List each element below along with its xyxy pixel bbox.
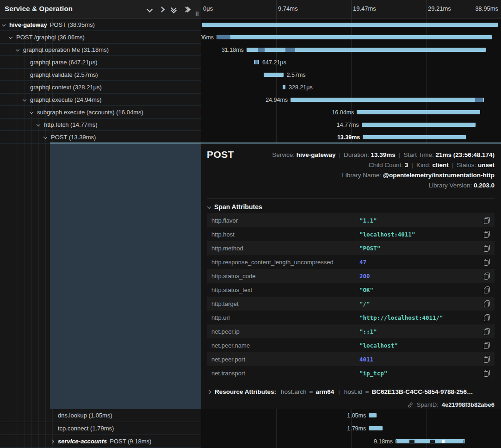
chevron-right-icon[interactable] <box>51 440 58 443</box>
detail-divider <box>207 198 495 199</box>
chevron-down-icon[interactable] <box>148 7 152 12</box>
copy-icon[interactable] <box>484 342 490 349</box>
ruler-tick-line <box>426 0 427 19</box>
timeline-bars-bottom: 1.05ms1.79ms9.18ms <box>201 409 501 448</box>
span-bar[interactable] <box>363 135 465 139</box>
chevron-down-icon[interactable] <box>37 123 44 126</box>
span-bar[interactable] <box>396 439 465 443</box>
resource-key: host.id <box>344 388 363 395</box>
attr-key: net.peer.port <box>211 356 245 363</box>
bar-segment <box>442 440 445 443</box>
span-bar[interactable] <box>357 110 480 114</box>
attr-row: net.peer.port4011 <box>207 352 495 366</box>
chevron-down-icon[interactable] <box>44 136 51 138</box>
ruler-tick-label: 0μs <box>203 5 213 12</box>
attr-value: "localhost:4011" <box>359 231 415 238</box>
attr-value: "1.1" <box>359 217 377 224</box>
span-attributes-table: http.flavor"1.1"http.host"localhost:4011… <box>207 213 495 380</box>
span-bar[interactable] <box>369 426 383 430</box>
attr-key: http.url <box>211 314 230 321</box>
copy-icon[interactable] <box>484 273 490 280</box>
copy-icon[interactable] <box>484 245 490 252</box>
span-tree-row[interactable]: graphql.context (328.21μs) <box>0 81 201 93</box>
ruler-tick-line <box>276 0 277 19</box>
chevron-down-icon[interactable] <box>9 36 16 38</box>
meta-value: 13.39ms <box>371 151 396 158</box>
attr-value: "POST" <box>359 245 380 252</box>
copy-icon[interactable] <box>484 259 490 266</box>
span-tree-bottom: dns.lookup (1.05ms)tcp.connect (1.79ms)s… <box>0 409 201 448</box>
double-chevron-down-icon[interactable] <box>172 6 176 12</box>
span-bar-row[interactable]: 2.57ms <box>201 68 501 81</box>
span-meta-line: Child Count: 3|Kind: client|Status: unse… <box>272 160 495 170</box>
attr-row: http.status_text"OK" <box>207 283 495 297</box>
span-tree-row[interactable]: http.fetch (14.77ms) <box>0 118 201 131</box>
chevron-down-icon[interactable] <box>2 23 9 26</box>
copy-icon[interactable] <box>484 300 490 307</box>
chevron-down-icon[interactable] <box>23 98 30 101</box>
selected-span-indent-block <box>50 143 201 409</box>
span-tree-row[interactable]: graphql.validate (2.57ms) <box>0 68 201 81</box>
span-bar[interactable] <box>369 413 377 417</box>
double-chevron-right-icon[interactable] <box>184 7 190 12</box>
meta-value: 21ms (23:56:48.174) <box>435 151 495 158</box>
operation-label: POST /graphql (36.06ms) <box>16 34 85 41</box>
selected-span-divider <box>50 143 501 143</box>
span-bar-row[interactable]: 16.04ms <box>201 106 501 118</box>
span-bar-row[interactable]: 36.06ms <box>201 31 501 44</box>
span-tree-row[interactable]: dns.lookup (1.05ms) <box>0 409 201 422</box>
meta-value: unset <box>478 162 495 168</box>
copy-icon[interactable] <box>484 314 490 321</box>
attr-key: net.peer.name <box>211 342 250 349</box>
copy-icon[interactable] <box>484 328 490 335</box>
copy-icon[interactable] <box>484 356 490 363</box>
span-bar-row[interactable]: 24.94ms <box>201 93 501 106</box>
span-tree-row[interactable]: graphql.execute (24.94ms) <box>0 93 201 106</box>
chevron-down-icon[interactable] <box>30 111 37 113</box>
meta-separator: | <box>449 162 457 168</box>
span-bar-row[interactable]: 328.21μs <box>201 81 501 93</box>
span-bar[interactable] <box>202 23 498 27</box>
span-id-label: SpanID: <box>417 401 439 408</box>
span-bar-row[interactable]: 31.18ms <box>201 44 501 56</box>
span-tree-row[interactable]: subgraph.execute (accounts) (16.04ms) <box>0 106 201 118</box>
span-bar-row[interactable]: 14.77ms <box>201 118 501 131</box>
copy-icon[interactable] <box>484 370 490 377</box>
panel-resize-handle[interactable] <box>196 12 198 16</box>
span-bar[interactable] <box>264 73 284 77</box>
bar-segment <box>255 60 258 64</box>
span-bar-row[interactable]: 647.21μs <box>201 56 501 68</box>
chevron-down-icon[interactable] <box>16 48 23 51</box>
copy-icon[interactable] <box>484 231 490 238</box>
span-tree-row[interactable]: POST /graphql (36.06ms) <box>0 31 201 44</box>
span-bar[interactable] <box>254 60 259 64</box>
chevron-right-icon[interactable] <box>160 7 164 12</box>
span-bar-row[interactable] <box>201 19 501 31</box>
span-bar-row[interactable]: 1.79ms <box>201 422 501 435</box>
span-tree-row[interactable]: graphql.operation Me (31.18ms) <box>0 44 201 56</box>
span-attributes-header[interactable]: Span Attributes <box>208 203 262 211</box>
attr-row: http.status_code200 <box>207 269 495 283</box>
span-bar[interactable] <box>291 98 484 102</box>
span-bar[interactable] <box>247 48 486 52</box>
span-tree-row[interactable]: tcp.connect (1.79ms) <box>0 422 201 435</box>
span-bar[interactable] <box>283 85 285 89</box>
span-bar-row[interactable]: 1.05ms <box>201 409 501 422</box>
meta-label: Library Name: <box>342 172 383 179</box>
span-tree-row[interactable]: graphql.parse (647.21μs) <box>0 56 201 68</box>
span-bar-row[interactable]: 9.18ms <box>201 435 501 448</box>
span-tree-row[interactable]: POST (13.39ms) <box>0 131 201 143</box>
chevron-right-icon <box>207 390 211 393</box>
resource-attributes-row[interactable]: Resource Attributes:host.arch=arm64|host… <box>208 388 473 395</box>
span-bar[interactable] <box>216 35 492 39</box>
span-bar[interactable] <box>362 123 476 127</box>
span-tree-row[interactable]: service-accountsPOST (9.18ms) <box>0 435 201 448</box>
attr-row: http.method"POST" <box>207 241 495 255</box>
attr-key: http.target <box>211 300 239 307</box>
copy-icon[interactable] <box>484 217 490 224</box>
copy-icon[interactable] <box>484 286 490 293</box>
span-tree-row[interactable]: hive-gatewayPOST (38.95ms) <box>0 19 201 31</box>
attr-value: 4011 <box>359 356 373 363</box>
span-bar-row[interactable]: 13.39ms <box>201 131 501 143</box>
meta-label: Status: <box>457 162 478 168</box>
